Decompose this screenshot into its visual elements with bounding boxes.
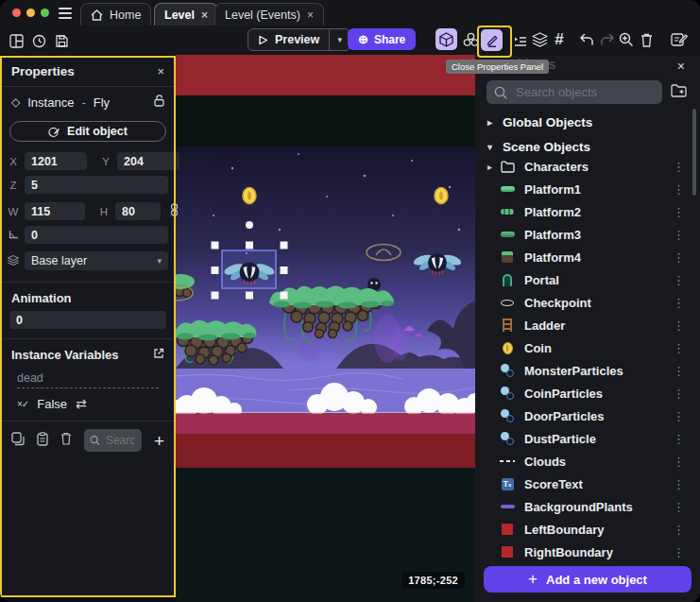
object-list-item[interactable]: ▸Characters⋮	[475, 155, 696, 178]
scrollbar-thumb[interactable]	[692, 109, 696, 196]
object-menu-icon[interactable]: ⋮	[673, 500, 696, 514]
object-menu-icon[interactable]: ⋮	[673, 387, 696, 401]
properties-panel-title: Properties	[11, 64, 75, 78]
object-menu-icon[interactable]: ⋮	[673, 545, 696, 559]
object-list-item[interactable]: DoorParticles⋮	[475, 404, 696, 427]
object-menu-icon[interactable]: ⋮	[673, 228, 696, 242]
menu-icon[interactable]	[59, 8, 72, 19]
edit-object-button[interactable]: Edit object	[9, 121, 166, 142]
object-list-item[interactable]: BackgroundPlants⋮	[475, 495, 696, 518]
separator: -	[81, 95, 85, 110]
object-list-item[interactable]: CoinParticles⋮	[475, 382, 696, 404]
open-in-editor-icon[interactable]	[153, 348, 164, 362]
close-properties-icon[interactable]: ×	[157, 64, 164, 78]
object-groups-icon[interactable]	[460, 29, 481, 50]
z-input[interactable]	[25, 176, 168, 194]
undo-icon[interactable]	[577, 30, 596, 49]
close-tab-icon[interactable]: ×	[201, 9, 208, 21]
object-menu-icon[interactable]: ⋮	[673, 341, 696, 355]
trash-icon[interactable]	[637, 30, 656, 49]
add-object-button[interactable]: + Add a new object	[484, 566, 691, 593]
coin-sprite[interactable]	[243, 188, 256, 204]
close-traffic-light[interactable]	[12, 9, 21, 17]
object-menu-icon[interactable]: ⋮	[673, 296, 696, 310]
3d-view-icon[interactable]	[435, 28, 457, 50]
object-menu-icon[interactable]: ⋮	[673, 409, 696, 423]
close-objects-panel-icon[interactable]: ×	[677, 59, 685, 74]
object-list-item[interactable]: Clouds⋮	[475, 450, 696, 473]
object-menu-icon[interactable]: ⋮	[673, 273, 696, 287]
layers-icon[interactable]	[530, 30, 549, 49]
variable-value[interactable]: False	[37, 397, 67, 411]
object-menu-icon[interactable]: ⋮	[673, 523, 696, 537]
instances-list-icon[interactable]	[513, 32, 528, 49]
history-icon[interactable]	[30, 32, 47, 49]
preview-button[interactable]: Preview ▾	[248, 28, 350, 51]
object-menu-icon[interactable]: ⋮	[673, 250, 696, 265]
zoom-in-icon[interactable]	[617, 30, 636, 49]
share-button[interactable]: ⊕ Share	[348, 28, 416, 50]
layout-panels-icon[interactable]	[8, 32, 25, 49]
variable-search-input[interactable]	[104, 433, 136, 448]
save-icon[interactable]	[53, 32, 70, 49]
object-list-item[interactable]: Platform4⋮	[475, 246, 696, 268]
particles-icon	[499, 363, 516, 378]
object-list-item[interactable]: TxScoreText⋮	[475, 473, 696, 495]
x-input[interactable]	[25, 152, 87, 170]
rotation-handle[interactable]	[246, 221, 253, 229]
add-folder-icon[interactable]	[671, 83, 688, 102]
width-input[interactable]	[25, 202, 85, 220]
scene-properties-icon[interactable]	[668, 29, 691, 50]
object-list-item[interactable]: Coin⋮	[475, 336, 696, 359]
tab-level-events[interactable]: Level (Events) ×	[214, 3, 324, 26]
object-list-item[interactable]: Portal⋮	[475, 268, 696, 291]
object-list-item[interactable]: DustParticle⋮	[475, 427, 696, 450]
y-input[interactable]	[117, 152, 179, 170]
object-list-item[interactable]: RightBoundary⋮	[475, 541, 696, 563]
object-list-item[interactable]: Ladder⋮	[475, 314, 696, 336]
object-list-item[interactable]: LeftBoundary⋮	[475, 518, 696, 541]
layer-select[interactable]: Base layer ▾	[25, 251, 168, 270]
variable-search-box[interactable]	[84, 429, 142, 452]
object-list-item[interactable]: Platform1⋮	[475, 178, 696, 200]
object-menu-icon[interactable]: ⋮	[673, 205, 696, 219]
close-tab-icon[interactable]: ×	[307, 9, 314, 21]
unlock-icon[interactable]	[154, 95, 164, 110]
objects-search-input[interactable]	[514, 84, 646, 100]
add-variable-button[interactable]: +	[154, 432, 164, 450]
angle-input[interactable]	[25, 226, 168, 244]
scene-canvas[interactable]: 1785;-252	[176, 55, 475, 602]
delete-variable-icon[interactable]	[60, 432, 72, 449]
expand-arrow-icon[interactable]: ▸	[487, 162, 495, 172]
redo-icon[interactable]	[598, 30, 617, 49]
scene-bottom-boundary	[176, 434, 475, 468]
minimize-traffic-light[interactable]	[26, 9, 35, 17]
object-menu-icon[interactable]: ⋮	[673, 477, 696, 491]
section-scene-objects[interactable]: ▾ Scene Objects	[475, 136, 692, 157]
object-list-item[interactable]: Checkpoint⋮	[475, 291, 696, 314]
tab-home[interactable]: Home	[80, 3, 151, 26]
grid-icon[interactable]: #	[550, 30, 569, 49]
edit-pen-icon[interactable]	[481, 29, 503, 51]
height-input[interactable]	[115, 202, 161, 220]
copy-icon[interactable]	[11, 432, 25, 450]
object-menu-icon[interactable]: ⋮	[673, 364, 696, 378]
objects-search-box[interactable]	[487, 80, 662, 104]
section-global-objects[interactable]: ▸ Global Objects	[475, 112, 692, 132]
object-list-item[interactable]: Platform2⋮	[475, 200, 696, 223]
paste-icon[interactable]	[37, 432, 48, 450]
object-menu-icon[interactable]: ⋮	[673, 318, 696, 333]
coin-sprite[interactable]	[435, 188, 448, 204]
tab-level[interactable]: Level ×	[154, 3, 218, 26]
objects-panel: Objects × ▸ Global Objects ▾ Scene Objec…	[475, 55, 700, 602]
preview-dropdown-icon[interactable]: ▾	[329, 29, 350, 50]
object-menu-icon[interactable]: ⋮	[673, 432, 696, 446]
maximize-traffic-light[interactable]	[41, 9, 49, 17]
object-list-item[interactable]: Platform3⋮	[475, 223, 696, 246]
object-list-item[interactable]: MonsterParticles⋮	[475, 359, 696, 382]
object-menu-icon[interactable]: ⋮	[673, 455, 696, 469]
animation-input[interactable]	[9, 311, 166, 329]
variable-name[interactable]: dead	[17, 371, 159, 388]
toggle-boolean-icon[interactable]: ⇄	[76, 396, 87, 411]
lock-ratio-icon[interactable]	[170, 203, 179, 220]
